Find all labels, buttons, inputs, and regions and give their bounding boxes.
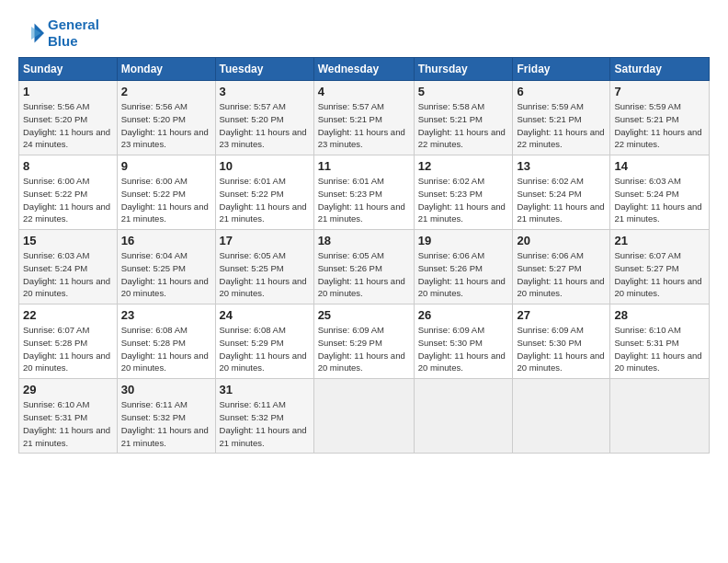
calendar-cell: 3 Sunrise: 5:57 AMSunset: 5:20 PMDayligh… — [215, 81, 313, 155]
day-info: Sunrise: 6:08 AMSunset: 5:28 PMDaylight:… — [121, 324, 211, 374]
col-header-saturday: Saturday — [610, 58, 710, 81]
day-number: 1 — [23, 85, 113, 98]
calendar-cell: 21 Sunrise: 6:07 AMSunset: 5:27 PMDaylig… — [610, 230, 710, 304]
calendar-cell: 2 Sunrise: 5:56 AMSunset: 5:20 PMDayligh… — [117, 81, 215, 155]
day-info: Sunrise: 5:56 AMSunset: 5:20 PMDaylight:… — [23, 100, 113, 151]
day-info: Sunrise: 6:08 AMSunset: 5:29 PMDaylight:… — [220, 324, 310, 374]
day-info: Sunrise: 5:58 AMSunset: 5:21 PMDaylight:… — [418, 100, 509, 151]
calendar-cell: 28 Sunrise: 6:10 AMSunset: 5:31 PMDaylig… — [610, 304, 710, 379]
calendar-cell: 1 Sunrise: 5:56 AMSunset: 5:20 PMDayligh… — [19, 81, 118, 155]
day-info: Sunrise: 6:09 AMSunset: 5:30 PMDaylight:… — [517, 324, 606, 374]
day-number: 18 — [318, 234, 410, 247]
day-number: 29 — [23, 383, 113, 396]
calendar-cell: 22 Sunrise: 6:07 AMSunset: 5:28 PMDaylig… — [19, 304, 118, 379]
day-number: 13 — [517, 159, 606, 173]
calendar-cell: 7 Sunrise: 5:59 AMSunset: 5:21 PMDayligh… — [610, 81, 710, 155]
logo-text: General Blue — [48, 17, 99, 50]
day-info: Sunrise: 5:59 AMSunset: 5:21 PMDaylight:… — [614, 100, 705, 151]
calendar-table: SundayMondayTuesdayWednesdayThursdayFrid… — [18, 57, 710, 454]
day-info: Sunrise: 6:00 AMSunset: 5:22 PMDaylight:… — [121, 175, 211, 225]
day-info: Sunrise: 6:07 AMSunset: 5:27 PMDaylight:… — [614, 249, 705, 300]
day-number: 7 — [614, 85, 705, 98]
calendar-cell: 12 Sunrise: 6:02 AMSunset: 5:23 PMDaylig… — [414, 155, 513, 230]
day-info: Sunrise: 5:59 AMSunset: 5:21 PMDaylight:… — [517, 100, 606, 151]
calendar-week-4: 22 Sunrise: 6:07 AMSunset: 5:28 PMDaylig… — [19, 304, 710, 379]
calendar-cell: 5 Sunrise: 5:58 AMSunset: 5:21 PMDayligh… — [414, 81, 513, 155]
day-number: 9 — [121, 159, 211, 173]
day-info: Sunrise: 6:04 AMSunset: 5:25 PMDaylight:… — [121, 249, 211, 300]
day-number: 28 — [614, 308, 705, 322]
day-number: 26 — [418, 308, 509, 322]
day-number: 27 — [517, 308, 606, 322]
day-info: Sunrise: 6:02 AMSunset: 5:24 PMDaylight:… — [517, 175, 606, 225]
day-number: 20 — [517, 234, 606, 247]
header-row: SundayMondayTuesdayWednesdayThursdayFrid… — [19, 58, 710, 81]
col-header-wednesday: Wednesday — [313, 58, 414, 81]
calendar-cell: 15 Sunrise: 6:03 AMSunset: 5:24 PMDaylig… — [19, 230, 118, 304]
day-info: Sunrise: 6:02 AMSunset: 5:23 PMDaylight:… — [418, 175, 509, 225]
day-number: 6 — [517, 85, 606, 98]
day-info: Sunrise: 6:03 AMSunset: 5:24 PMDaylight:… — [614, 175, 705, 225]
calendar-cell: 10 Sunrise: 6:01 AMSunset: 5:22 PMDaylig… — [215, 155, 313, 230]
calendar-cell: 13 Sunrise: 6:02 AMSunset: 5:24 PMDaylig… — [513, 155, 610, 230]
day-info: Sunrise: 6:10 AMSunset: 5:31 PMDaylight:… — [23, 398, 113, 449]
calendar-cell: 27 Sunrise: 6:09 AMSunset: 5:30 PMDaylig… — [513, 304, 610, 379]
day-number: 24 — [220, 308, 310, 322]
day-info: Sunrise: 6:11 AMSunset: 5:32 PMDaylight:… — [220, 398, 310, 449]
calendar-cell: 30 Sunrise: 6:11 AMSunset: 5:32 PMDaylig… — [117, 379, 215, 454]
day-number: 8 — [23, 159, 113, 173]
col-header-sunday: Sunday — [19, 58, 118, 81]
day-number: 19 — [418, 234, 509, 247]
day-number: 31 — [220, 383, 310, 396]
page: General Blue SundayMondayTuesdayWednesda… — [0, 0, 728, 563]
day-info: Sunrise: 6:05 AMSunset: 5:26 PMDaylight:… — [318, 249, 410, 300]
calendar-cell: 26 Sunrise: 6:09 AMSunset: 5:30 PMDaylig… — [414, 304, 513, 379]
day-number: 2 — [121, 85, 211, 98]
day-number: 17 — [220, 234, 310, 247]
day-info: Sunrise: 6:01 AMSunset: 5:23 PMDaylight:… — [318, 175, 410, 225]
col-header-friday: Friday — [513, 58, 610, 81]
calendar-cell: 29 Sunrise: 6:10 AMSunset: 5:31 PMDaylig… — [19, 379, 118, 454]
calendar-cell: 6 Sunrise: 5:59 AMSunset: 5:21 PMDayligh… — [513, 81, 610, 155]
calendar-cell: 18 Sunrise: 6:05 AMSunset: 5:26 PMDaylig… — [313, 230, 414, 304]
col-header-thursday: Thursday — [414, 58, 513, 81]
col-header-monday: Monday — [117, 58, 215, 81]
calendar-cell: 8 Sunrise: 6:00 AMSunset: 5:22 PMDayligh… — [19, 155, 118, 230]
day-number: 3 — [220, 85, 310, 98]
logo-icon — [18, 20, 44, 46]
day-info: Sunrise: 6:01 AMSunset: 5:22 PMDaylight:… — [220, 175, 310, 225]
day-info: Sunrise: 6:00 AMSunset: 5:22 PMDaylight:… — [23, 175, 113, 225]
day-number: 22 — [23, 308, 113, 322]
calendar-cell: 9 Sunrise: 6:00 AMSunset: 5:22 PMDayligh… — [117, 155, 215, 230]
day-info: Sunrise: 6:06 AMSunset: 5:27 PMDaylight:… — [517, 249, 606, 300]
header: General Blue — [18, 17, 710, 50]
day-info: Sunrise: 6:10 AMSunset: 5:31 PMDaylight:… — [614, 324, 705, 374]
calendar-week-1: 1 Sunrise: 5:56 AMSunset: 5:20 PMDayligh… — [19, 81, 710, 155]
day-info: Sunrise: 6:03 AMSunset: 5:24 PMDaylight:… — [23, 249, 113, 300]
calendar-cell: 20 Sunrise: 6:06 AMSunset: 5:27 PMDaylig… — [513, 230, 610, 304]
calendar-cell: 23 Sunrise: 6:08 AMSunset: 5:28 PMDaylig… — [117, 304, 215, 379]
day-info: Sunrise: 6:05 AMSunset: 5:25 PMDaylight:… — [220, 249, 310, 300]
calendar-cell: 14 Sunrise: 6:03 AMSunset: 5:24 PMDaylig… — [610, 155, 710, 230]
col-header-tuesday: Tuesday — [215, 58, 313, 81]
day-info: Sunrise: 5:56 AMSunset: 5:20 PMDaylight:… — [121, 100, 211, 151]
logo: General Blue — [18, 17, 99, 50]
calendar-week-5: 29 Sunrise: 6:10 AMSunset: 5:31 PMDaylig… — [19, 379, 710, 454]
day-number: 16 — [121, 234, 211, 247]
day-number: 25 — [318, 308, 410, 322]
calendar-cell: 31 Sunrise: 6:11 AMSunset: 5:32 PMDaylig… — [215, 379, 313, 454]
day-number: 11 — [318, 159, 410, 173]
calendar-cell — [513, 379, 610, 454]
day-info: Sunrise: 6:09 AMSunset: 5:29 PMDaylight:… — [318, 324, 410, 374]
day-info: Sunrise: 6:09 AMSunset: 5:30 PMDaylight:… — [418, 324, 509, 374]
day-number: 23 — [121, 308, 211, 322]
day-number: 10 — [220, 159, 310, 173]
calendar-week-2: 8 Sunrise: 6:00 AMSunset: 5:22 PMDayligh… — [19, 155, 710, 230]
calendar-cell — [610, 379, 710, 454]
day-number: 5 — [418, 85, 509, 98]
calendar-cell: 19 Sunrise: 6:06 AMSunset: 5:26 PMDaylig… — [414, 230, 513, 304]
day-info: Sunrise: 6:11 AMSunset: 5:32 PMDaylight:… — [121, 398, 211, 449]
calendar-week-3: 15 Sunrise: 6:03 AMSunset: 5:24 PMDaylig… — [19, 230, 710, 304]
calendar-cell: 17 Sunrise: 6:05 AMSunset: 5:25 PMDaylig… — [215, 230, 313, 304]
day-number: 4 — [318, 85, 410, 98]
